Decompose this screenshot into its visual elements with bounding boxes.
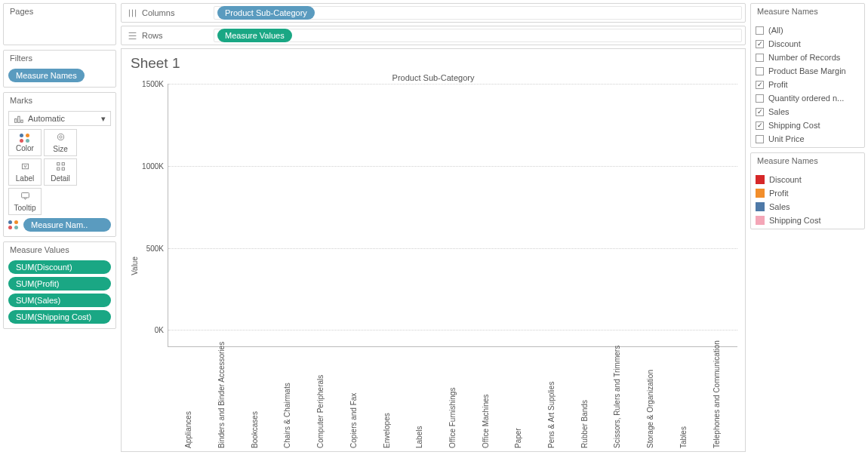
rows-shelf[interactable]: Rows Measure Values (121, 26, 746, 45)
bar[interactable] (667, 84, 700, 330)
x-tick-label: Computer Peripherals (304, 347, 337, 448)
svg-rect-1 (18, 116, 20, 122)
legend-item[interactable]: Profit (756, 186, 860, 200)
chart-title: Product Sub-Category (129, 73, 737, 82)
filter-checkbox[interactable]: (All) (756, 23, 860, 37)
x-tick-label: Bookcases (238, 347, 271, 448)
filter-checkbox[interactable]: Number of Records (756, 51, 860, 64)
svg-rect-9 (62, 163, 64, 165)
svg-rect-12 (21, 192, 29, 198)
bar[interactable] (173, 84, 206, 330)
sheet-title: Sheet 1 (131, 55, 737, 72)
bar[interactable] (305, 84, 338, 330)
checkbox-icon: ✓ (756, 81, 764, 89)
rows-icon (128, 31, 137, 41)
mark-size-button[interactable]: Size (44, 129, 77, 156)
filters-title: Filters (4, 51, 115, 69)
x-tick-label: Pens & Art Supplies (535, 347, 568, 448)
x-tick-label: Labels (403, 347, 436, 448)
x-tick-label: Rubber Bands (568, 347, 601, 448)
x-tick-label: Envelopes (370, 347, 403, 448)
bar[interactable] (502, 84, 535, 330)
svg-rect-0 (15, 118, 17, 122)
detail-icon (56, 161, 66, 173)
pages-title: Pages (4, 4, 115, 22)
svg-line-7 (25, 165, 26, 168)
color-icon (20, 134, 30, 143)
marks-title: Marks (4, 93, 115, 111)
filter-checkbox[interactable]: ✓Shipping Cost (756, 118, 860, 132)
bar[interactable] (272, 84, 305, 330)
x-tick-label: Appliances (172, 347, 205, 448)
marks-type-select[interactable]: Automatic ▾ (8, 111, 111, 126)
bar[interactable] (568, 84, 602, 330)
x-tick-label: Office Furnishings (436, 347, 469, 448)
filter-checkbox[interactable]: Unit Price (756, 132, 860, 146)
filter-card-title: Measure Names (751, 4, 864, 22)
size-icon (56, 132, 66, 143)
measure-value-pill[interactable]: SUM(Profit) (8, 277, 111, 291)
x-tick-label: Tables (667, 347, 700, 448)
bar[interactable] (371, 84, 404, 330)
checkbox-icon: ✓ (756, 108, 764, 116)
bar[interactable] (469, 84, 503, 330)
label-icon (20, 161, 30, 173)
x-tick-label: Scissors, Rulers and Trimmers (601, 347, 634, 448)
bar[interactable] (403, 84, 436, 330)
bar[interactable] (436, 84, 469, 330)
y-tick-label: 0K (138, 326, 164, 334)
checkbox-icon (756, 54, 764, 62)
filter-checkbox[interactable]: Product Base Margin (756, 64, 860, 78)
x-tick-label: Office Machines (469, 347, 502, 448)
x-tick-label: Paper (502, 347, 535, 448)
filter-checkbox[interactable]: ✓Discount (756, 37, 860, 51)
bar[interactable] (634, 84, 667, 330)
legend-item[interactable]: Shipping Cost (756, 214, 860, 227)
svg-rect-5 (22, 164, 28, 169)
filter-checkbox[interactable]: Quantity ordered n... (756, 91, 860, 105)
checkbox-icon (756, 135, 764, 143)
svg-point-3 (59, 136, 61, 138)
legend-swatch (756, 202, 765, 211)
bar[interactable] (206, 84, 239, 330)
columns-pill[interactable]: Product Sub-Category (217, 6, 315, 20)
filter-checkbox[interactable]: ✓Profit (756, 78, 860, 91)
legend-item[interactable]: Discount (756, 173, 860, 186)
bar[interactable] (337, 84, 371, 330)
gridline (168, 248, 737, 249)
tooltip-icon (20, 191, 30, 202)
checkbox-icon: ✓ (756, 40, 764, 48)
x-tick-label: Telephones and Communication (700, 347, 733, 448)
x-tick-label: Binders and Binder Accessories (205, 347, 239, 448)
svg-rect-11 (62, 168, 64, 170)
bar[interactable] (601, 84, 634, 330)
measure-value-pill[interactable]: SUM(Sales) (8, 294, 111, 307)
rows-pill[interactable]: Measure Values (217, 29, 292, 42)
checkbox-icon (756, 94, 764, 103)
filter-checkbox[interactable]: ✓Sales (756, 105, 860, 118)
bar[interactable] (239, 84, 272, 330)
gridline (168, 166, 737, 167)
bar[interactable] (700, 84, 733, 330)
checkbox-icon (756, 67, 764, 75)
columns-shelf[interactable]: Columns Product Sub-Category (121, 3, 746, 23)
bar[interactable] (535, 84, 568, 330)
measure-values-title: Measure Values (4, 242, 115, 260)
legend-swatch (756, 216, 765, 225)
checkbox-icon (756, 26, 764, 35)
filters-pill[interactable]: Measure Names (8, 69, 85, 82)
svg-rect-10 (57, 168, 59, 170)
y-tick-label: 1000K (138, 161, 164, 170)
mark-label-button[interactable]: Label (8, 158, 42, 186)
x-tick-label: Chairs & Chairmats (271, 347, 304, 448)
measure-value-pill[interactable]: SUM(Shipping Cost) (8, 310, 111, 324)
checkbox-icon: ✓ (756, 121, 764, 130)
chevron-down-icon: ▾ (101, 114, 106, 124)
mark-tooltip-button[interactable]: Tooltip (8, 188, 42, 215)
measure-value-pill[interactable]: SUM(Discount) (8, 260, 111, 274)
mark-color-button[interactable]: Color (8, 129, 42, 156)
mark-detail-button[interactable]: Detail (44, 158, 77, 186)
legend-item[interactable]: Sales (756, 200, 860, 214)
gridline (168, 84, 737, 85)
marks-color-pill[interactable]: Measure Nam.. (23, 218, 111, 232)
